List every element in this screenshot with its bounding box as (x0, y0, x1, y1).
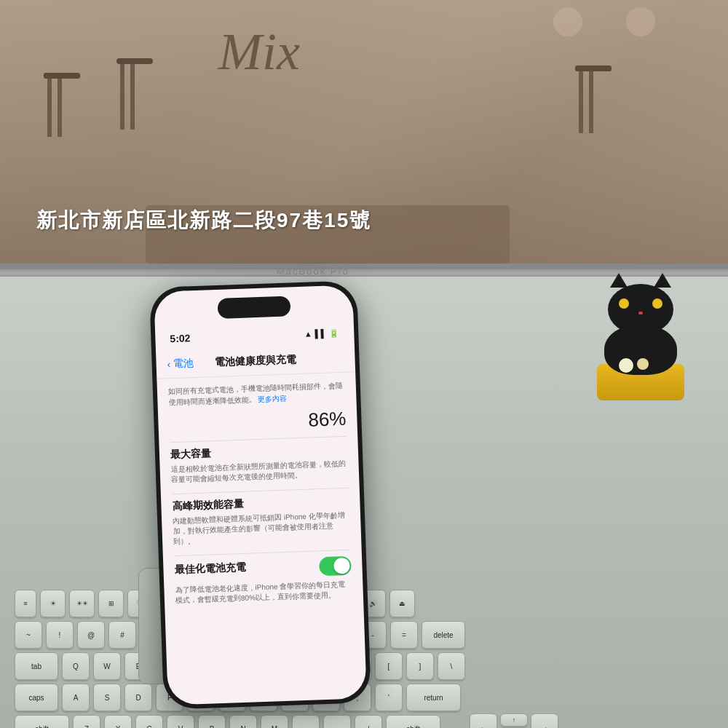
slash-key[interactable]: / (355, 715, 382, 728)
equals-key[interactable]: = (390, 621, 418, 649)
s-key[interactable]: S (93, 684, 121, 711)
battery-icon: 🔋 (329, 328, 339, 338)
zxcv-row: shift Z X C V B N M , . / shift (15, 715, 466, 728)
bracket-right-key[interactable]: ] (406, 652, 434, 680)
max-capacity-desc: 這是相較於電池在全新狀態所測量的電池容量，較低的容量可能會縮短每次充電後的使用時… (170, 459, 348, 485)
f1-key[interactable]: ☀ (40, 590, 66, 617)
left-arrow-key[interactable]: ← (470, 713, 497, 728)
peak-performance-section: 高峰期效能容量 內建動態軟體和硬體系統可抵銷因 iPhone 化學年齡增加，對執… (172, 494, 350, 547)
back-label: 電池 (173, 357, 194, 371)
optimized-charging-toggle[interactable] (319, 556, 352, 577)
eject-key[interactable]: ⏏ (389, 590, 415, 617)
key-3[interactable]: # (108, 621, 136, 649)
b-key[interactable]: B (198, 715, 226, 728)
page-title: 電池健康度與充電 (215, 353, 297, 369)
optimized-charging-desc: 為了降低電池老化速度，iPhone 會學習你的每日充電模式，會暫緩充電到80%以… (175, 579, 352, 606)
up-arrow-key[interactable]: ↑ (500, 713, 528, 727)
iphone: 5:02 ▲ ▌▌ 🔋 ‹ 電池 電池健康度與充電 如同所有充電 (149, 280, 371, 710)
info-text: 如同所有充電式電池，手機電池隨時間耗損部件，會隨使用時間而逐漸降低效能。 (168, 381, 343, 406)
left-shift-key[interactable]: shift (15, 715, 69, 728)
tab-key[interactable]: tab (15, 652, 58, 680)
f3-key[interactable]: ⊞ (98, 590, 124, 617)
wifi-icon: ▲ (304, 329, 312, 338)
optimized-charging-row: 最佳化電池充電 (174, 556, 352, 581)
back-chevron: ‹ (167, 358, 170, 370)
c-key[interactable]: C (135, 715, 163, 728)
right-shift-key[interactable]: shift (386, 715, 440, 728)
info-banner: 如同所有充電式電池，手機電池隨時間耗損部件，會隨使用時間而逐漸降低效能。 更多內… (168, 380, 346, 408)
store-sign: Mix (218, 22, 300, 82)
fn-key[interactable]: ≡ (15, 590, 36, 617)
f2-key[interactable]: ☀☀ (69, 590, 95, 617)
delete-key[interactable]: delete (422, 621, 465, 649)
optimized-charging-section: 最佳化電池充電 為了降低電池老化速度，iPhone 會學習你的每日充電模式，會暫… (174, 556, 352, 606)
right-arrow-key[interactable]: → (531, 713, 558, 728)
status-icons: ▲ ▌▌ 🔋 (304, 328, 340, 339)
learn-more-link[interactable]: 更多內容 (258, 395, 287, 403)
dynamic-island (217, 296, 290, 318)
q-key[interactable]: Q (62, 652, 90, 680)
signal-icon: ▌▌ (315, 329, 327, 339)
divider-3 (174, 550, 351, 556)
key-1[interactable]: ! (46, 621, 74, 649)
return-key[interactable]: return (406, 684, 461, 711)
d-key[interactable]: D (124, 684, 152, 711)
comma-key[interactable]: , (292, 715, 320, 728)
battery-percentage: 86% (169, 408, 347, 436)
cat-figurine (597, 291, 684, 400)
iphone-screen: 5:02 ▲ ▌▌ 🔋 ‹ 電池 電池健康度與充電 如同所有充電 (154, 285, 367, 705)
macbook-label: MacBook Pro (277, 266, 349, 277)
toggle-knob (333, 558, 350, 574)
arrow-keys: ← ↑ ↓ → (470, 713, 558, 728)
backslash-key[interactable]: \ (438, 652, 465, 680)
max-capacity-section: 最大容量 這是相較於電池在全新狀態所測量的電池容量，較低的容量可能會縮短每次充電… (170, 443, 349, 485)
caps-key[interactable]: caps (15, 684, 58, 711)
macbook-screen: Mix 新北市新店區北新路二段97巷15號 (0, 0, 728, 269)
key-2[interactable]: @ (77, 621, 105, 649)
divider-1 (170, 436, 347, 443)
a-key[interactable]: A (62, 684, 90, 711)
quote-key[interactable]: ' (375, 684, 403, 711)
period-key[interactable]: . (323, 715, 351, 728)
z-key[interactable]: Z (73, 715, 100, 728)
w-key[interactable]: W (93, 652, 121, 680)
time-display: 5:02 (170, 332, 191, 344)
store-address: 新北市新店區北新路二段97巷15號 (36, 207, 371, 234)
battery-health-content: 如同所有充電式電池，手機電池隨時間耗損部件，會隨使用時間而逐漸降低效能。 更多內… (157, 372, 366, 705)
n-key[interactable]: N (229, 715, 257, 728)
v-key[interactable]: V (167, 715, 194, 728)
peak-performance-desc: 內建動態軟體和硬體系統可抵銷因 iPhone 化學年齡增加，對執行效能產生的影響… (173, 510, 350, 547)
backtick-key[interactable]: ~ (15, 621, 42, 649)
m-key[interactable]: M (261, 715, 288, 728)
scene-background: Mix 新北市新店區北新路二段97巷15號 MacBook Pro ≡ ☀ ☀☀… (0, 0, 728, 728)
bracket-left-key[interactable]: [ (375, 652, 403, 680)
back-button[interactable]: ‹ 電池 (167, 357, 194, 371)
optimized-charging-title: 最佳化電池充電 (174, 561, 246, 577)
x-key[interactable]: X (104, 715, 132, 728)
divider-2 (172, 488, 349, 494)
